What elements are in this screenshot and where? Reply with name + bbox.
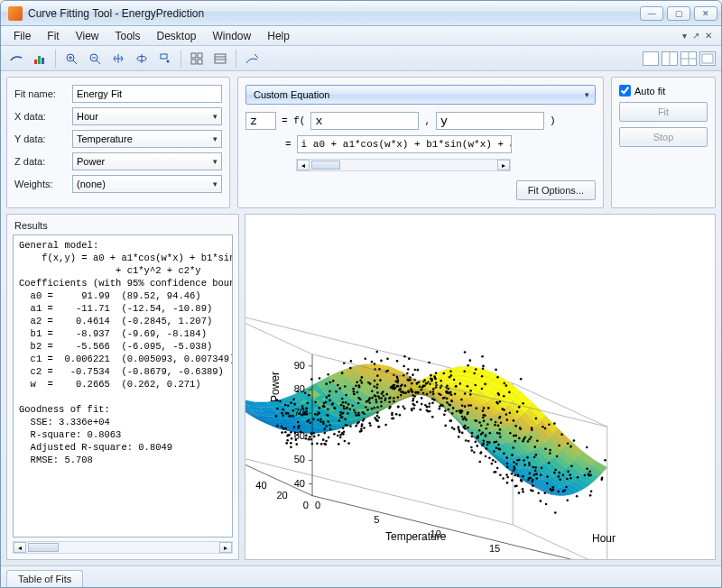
svg-point-136 <box>403 355 406 358</box>
svg-point-413 <box>342 405 345 408</box>
svg-point-566 <box>482 365 485 368</box>
xdata-select[interactable]: Hour <box>72 107 222 125</box>
svg-point-437 <box>305 435 308 437</box>
svg-point-161 <box>488 456 491 459</box>
rotate3d-icon[interactable] <box>132 49 152 69</box>
stop-button[interactable]: Stop <box>619 127 708 147</box>
scroll-right-icon[interactable]: ▸ <box>497 160 510 170</box>
svg-point-75 <box>418 381 421 383</box>
svg-point-486 <box>342 427 345 429</box>
svg-point-321 <box>344 418 347 420</box>
fit-options-button[interactable]: Fit Options... <box>516 180 596 200</box>
svg-point-189 <box>491 463 494 465</box>
pan-icon[interactable] <box>108 49 128 69</box>
mdi-min-icon[interactable]: ▾ <box>682 31 687 41</box>
layout-quad-icon[interactable] <box>680 51 697 66</box>
svg-point-648 <box>396 376 399 379</box>
auto-fit-checkbox[interactable] <box>619 85 631 96</box>
plot-3d[interactable]: 9080706050400510152025020406080 Power Ho… <box>245 214 716 560</box>
svg-point-349 <box>487 407 490 409</box>
mdi-close-icon[interactable]: ✕ <box>705 31 712 41</box>
scroll-thumb[interactable] <box>311 161 340 170</box>
res-scroll-thumb[interactable] <box>28 543 59 552</box>
svg-point-694 <box>423 384 426 387</box>
svg-point-308 <box>483 407 486 409</box>
svg-point-466 <box>308 438 310 441</box>
svg-point-640 <box>421 403 423 406</box>
menu-file[interactable]: File <box>6 28 38 44</box>
arg2-input[interactable] <box>436 112 544 130</box>
scroll-left-icon[interactable]: ◂ <box>297 160 310 170</box>
svg-point-667 <box>412 390 414 393</box>
svg-point-261 <box>511 454 514 456</box>
svg-point-78 <box>528 438 531 441</box>
plot-settings-icon[interactable] <box>242 49 262 69</box>
table-icon[interactable] <box>210 49 230 69</box>
svg-point-186 <box>338 387 341 390</box>
svg-point-239 <box>494 441 496 444</box>
svg-point-692 <box>335 390 338 393</box>
residuals-icon[interactable] <box>30 49 50 69</box>
svg-point-675 <box>284 404 287 407</box>
svg-point-532 <box>325 425 328 427</box>
svg-point-471 <box>378 417 381 419</box>
svg-point-598 <box>360 430 363 433</box>
svg-rect-14 <box>198 53 202 58</box>
fit-name-input[interactable] <box>72 85 222 103</box>
grid-icon[interactable] <box>187 49 207 69</box>
menu-help[interactable]: Help <box>260 28 297 44</box>
results-text[interactable]: General model: f(x,y) = a0 + a1*cos(w*x)… <box>13 234 233 537</box>
menu-desktop[interactable]: Desktop <box>150 28 204 44</box>
svg-point-118 <box>586 467 588 470</box>
new-fit-icon[interactable] <box>6 49 26 69</box>
svg-point-171 <box>356 381 358 384</box>
svg-point-222 <box>340 404 343 407</box>
zoom-in-icon[interactable] <box>61 49 81 69</box>
svg-point-459 <box>322 438 325 441</box>
svg-point-181 <box>536 439 539 442</box>
svg-point-529 <box>421 389 423 391</box>
svg-point-296 <box>421 397 423 400</box>
formula-scrollbar[interactable]: ◂ ▸ <box>296 159 511 171</box>
svg-point-177 <box>379 379 382 381</box>
titlebar[interactable]: Curve Fitting Tool - EnergyPrediction — … <box>1 1 721 26</box>
svg-point-656 <box>374 394 376 397</box>
tab-table-of-fits[interactable]: Table of Fits <box>6 570 83 587</box>
data-cursor-icon[interactable] <box>155 49 175 69</box>
menu-fit[interactable]: Fit <box>40 28 66 44</box>
zdata-select[interactable]: Power <box>72 152 222 170</box>
svg-point-200 <box>505 473 508 476</box>
svg-point-402 <box>523 436 526 439</box>
res-scroll-left-icon[interactable]: ◂ <box>14 542 26 553</box>
menu-view[interactable]: View <box>69 28 106 44</box>
mdi-restore-icon[interactable]: ↗ <box>692 31 699 41</box>
zoom-out-icon[interactable] <box>85 49 105 69</box>
ydata-select[interactable]: Temperature <box>72 130 222 148</box>
fit-button[interactable]: Fit <box>619 102 708 122</box>
svg-point-60 <box>353 409 356 412</box>
res-scroll-right-icon[interactable]: ▸ <box>219 542 232 553</box>
lhs-input[interactable] <box>245 112 276 130</box>
layout-max-icon[interactable] <box>699 51 716 66</box>
menu-tools[interactable]: Tools <box>107 28 147 44</box>
menu-window[interactable]: Window <box>206 28 259 44</box>
formula-input[interactable]: i a0 + a1*cos(w*x) + b1*sin(w*x) + a2*c <box>297 135 512 153</box>
svg-point-259 <box>446 398 449 400</box>
svg-point-709 <box>323 432 326 435</box>
svg-point-583 <box>290 431 292 434</box>
svg-point-519 <box>514 435 517 437</box>
layout-split-icon[interactable] <box>662 51 678 66</box>
svg-point-622 <box>318 411 320 414</box>
svg-point-449 <box>560 433 563 436</box>
minimize-button[interactable]: — <box>640 6 663 21</box>
svg-point-703 <box>506 466 509 469</box>
fit-type-select[interactable]: Custom Equation <box>245 85 596 105</box>
svg-point-481 <box>411 409 413 412</box>
weights-select[interactable]: (none) <box>72 175 222 193</box>
layout-single-icon[interactable] <box>643 51 659 66</box>
svg-point-191 <box>329 424 331 427</box>
results-scrollbar[interactable]: ◂ ▸ <box>13 541 233 554</box>
maximize-button[interactable]: ▢ <box>667 6 690 21</box>
close-button[interactable]: ✕ <box>694 6 717 21</box>
arg1-input[interactable] <box>310 112 419 130</box>
